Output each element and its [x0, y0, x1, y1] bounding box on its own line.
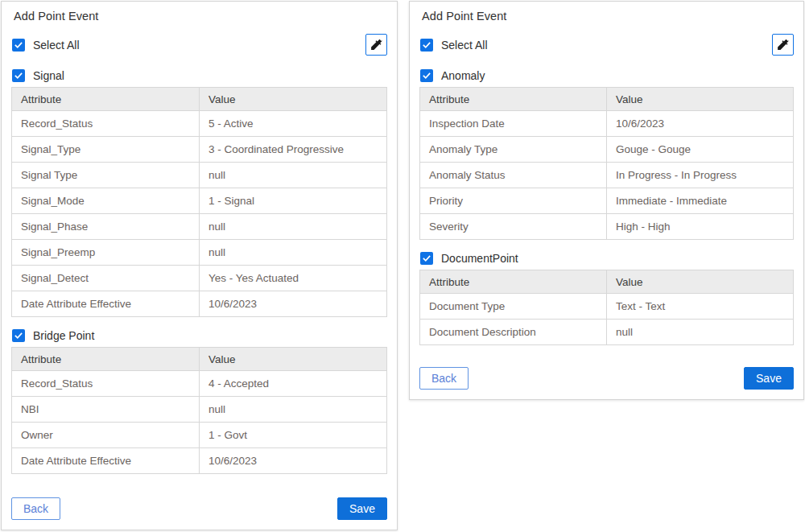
section-documentpoint: DocumentPointAttributeValueDocument Type… — [419, 252, 794, 345]
attribute-cell: Document Description — [420, 320, 607, 345]
value-cell: 5 - Active — [200, 111, 387, 137]
section-checkbox-row: Signal — [12, 69, 387, 82]
checkmark-icon — [14, 71, 23, 80]
table-row: Signal_Mode1 - Signal — [12, 188, 387, 214]
value-cell: 10/6/2023 — [200, 448, 387, 474]
attribute-cell: Date Attribute Effective — [12, 448, 200, 474]
section-label[interactable]: Bridge Point — [33, 329, 94, 342]
sections: AnomalyAttributeValueInspection Date10/6… — [419, 69, 794, 357]
section-label[interactable]: DocumentPoint — [441, 252, 518, 265]
section-label[interactable]: Signal — [33, 69, 64, 82]
table-row: Record_Status4 - Accepted — [12, 371, 387, 397]
column-header-value: Value — [200, 348, 387, 371]
column-header-value: Value — [607, 270, 794, 294]
table-row: Signal_Preempnull — [12, 240, 387, 266]
table-row: Document Descriptionnull — [420, 320, 794, 345]
table-row: Inspection Date10/6/2023 — [420, 111, 794, 137]
checkbox-bridge-point[interactable] — [12, 329, 25, 342]
checkmark-icon — [422, 71, 431, 80]
attribute-cell: Signal_Mode — [12, 188, 200, 214]
table-row: Signal_Type3 - Coordinated Progressive — [12, 137, 387, 163]
value-cell: 10/6/2023 — [607, 111, 794, 137]
back-button[interactable]: Back — [419, 367, 469, 390]
checkbox-documentpoint[interactable] — [420, 252, 433, 265]
value-cell: 10/6/2023 — [200, 291, 387, 317]
section-bridge-point: Bridge PointAttributeValueRecord_Status4… — [11, 329, 387, 474]
attribute-cell: Anomaly Status — [420, 163, 607, 188]
eyedropper-button[interactable] — [365, 34, 387, 56]
value-cell: Text - Text — [607, 294, 794, 320]
attribute-cell: Record_Status — [12, 111, 200, 137]
checkmark-icon — [422, 40, 431, 50]
section-label[interactable]: Anomaly — [441, 69, 485, 82]
value-cell: High - High — [607, 214, 794, 240]
eyedropper-icon — [776, 38, 790, 52]
column-header-attribute: Attribute — [12, 348, 200, 371]
attribute-cell: NBI — [12, 397, 200, 423]
section-anomaly: AnomalyAttributeValueInspection Date10/6… — [419, 69, 794, 240]
value-cell: Immediate - Immediate — [607, 188, 794, 214]
attribute-cell: Owner — [12, 423, 200, 448]
attribute-cell: Signal_Type — [12, 137, 200, 163]
sections: SignalAttributeValueRecord_Status5 - Act… — [11, 69, 387, 486]
table-row: Signal_DetectYes - Yes Actuated — [12, 266, 387, 291]
value-cell: null — [607, 320, 794, 345]
section-signal: SignalAttributeValueRecord_Status5 - Act… — [11, 69, 387, 317]
attribute-cell: Signal Type — [12, 163, 200, 188]
select-all-checkbox[interactable] — [420, 39, 433, 52]
attribute-cell: Inspection Date — [420, 111, 607, 137]
attribute-table: AttributeValueInspection Date10/6/2023An… — [419, 87, 794, 240]
table-row: SeverityHigh - High — [420, 214, 794, 240]
column-header-value: Value — [200, 88, 387, 111]
value-cell: 4 - Accepted — [200, 371, 387, 397]
select-all-checkbox[interactable] — [12, 39, 25, 52]
table-row: Signal_Phasenull — [12, 214, 387, 240]
attribute-cell: Date Attribute Effective — [12, 291, 200, 317]
value-cell: In Progress - In Progress — [607, 163, 794, 188]
table-row: Record_Status5 - Active — [12, 111, 387, 137]
attribute-cell: Priority — [420, 188, 607, 214]
eyedropper-button[interactable] — [772, 34, 794, 56]
page-title: Add Point Event — [14, 10, 387, 23]
footer-actions: Back Save — [419, 367, 794, 390]
add-point-event-panel-1: Add Point Event Select All SignalAttribu… — [1, 1, 398, 530]
table-row: Date Attribute Effective10/6/2023 — [12, 291, 387, 317]
value-cell: 3 - Coordinated Progressive — [200, 137, 387, 163]
section-checkbox-row: DocumentPoint — [420, 252, 794, 265]
table-row: PriorityImmediate - Immediate — [420, 188, 794, 214]
value-cell: 1 - Govt — [200, 423, 387, 448]
attribute-cell: Signal_Detect — [12, 266, 200, 291]
select-all-row: Select All — [420, 34, 794, 56]
table-row: Date Attribute Effective10/6/2023 — [12, 448, 387, 474]
select-all-label[interactable]: Select All — [33, 39, 80, 52]
table-row: Owner1 - Govt — [12, 423, 387, 448]
column-header-attribute: Attribute — [420, 88, 607, 111]
table-row: Anomaly TypeGouge - Gouge — [420, 137, 794, 163]
attribute-table: AttributeValueRecord_Status4 - AcceptedN… — [11, 347, 387, 474]
value-cell: Yes - Yes Actuated — [200, 266, 387, 291]
attribute-cell: Signal_Preemp — [12, 240, 200, 266]
column-header-attribute: Attribute — [420, 270, 607, 294]
value-cell: null — [200, 240, 387, 266]
attribute-cell: Severity — [420, 214, 607, 240]
checkmark-icon — [422, 254, 431, 263]
table-row: Anomaly StatusIn Progress - In Progress — [420, 163, 794, 188]
page-title: Add Point Event — [422, 10, 794, 23]
select-all-label[interactable]: Select All — [441, 39, 488, 52]
attribute-cell: Anomaly Type — [420, 137, 607, 163]
value-cell: null — [200, 397, 387, 423]
checkbox-signal[interactable] — [12, 69, 25, 82]
save-button[interactable]: Save — [744, 367, 794, 390]
back-button[interactable]: Back — [11, 497, 60, 520]
section-checkbox-row: Anomaly — [420, 69, 794, 82]
add-point-event-panel-2: Add Point Event Select All AnomalyAttrib… — [409, 1, 804, 400]
checkbox-anomaly[interactable] — [420, 69, 433, 82]
attribute-table: AttributeValueDocument TypeText - TextDo… — [419, 270, 794, 345]
column-header-attribute: Attribute — [12, 88, 200, 111]
attribute-table: AttributeValueRecord_Status5 - ActiveSig… — [11, 87, 387, 317]
attribute-cell: Document Type — [420, 294, 607, 320]
save-button[interactable]: Save — [337, 497, 387, 520]
attribute-cell: Record_Status — [12, 371, 200, 397]
select-all-checkbox-row: Select All — [12, 39, 80, 52]
footer-actions: Back Save — [11, 497, 387, 520]
